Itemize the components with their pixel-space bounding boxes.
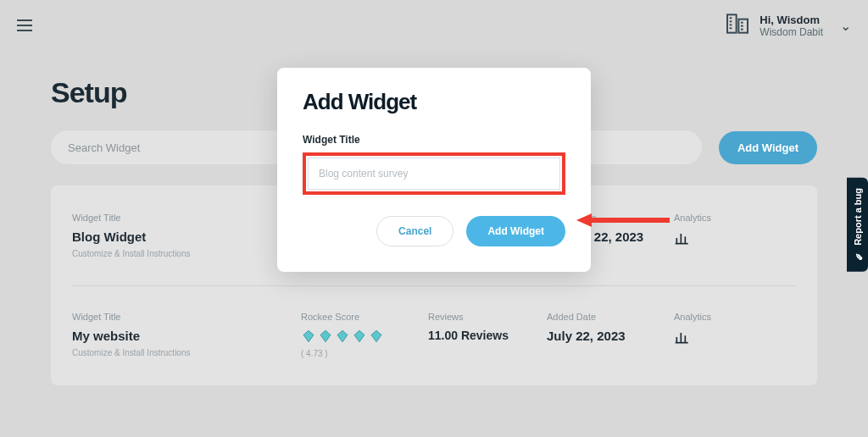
- modal-title: Add Widget: [303, 89, 565, 115]
- modal-actions: Cancel Add Widget: [303, 216, 565, 246]
- annotation-highlight: [303, 152, 565, 195]
- modal-overlay: Add Widget Widget Title Cancel Add Widge…: [0, 0, 868, 437]
- submit-button[interactable]: Add Widget: [466, 216, 565, 246]
- widget-title-input[interactable]: [308, 158, 560, 190]
- cancel-button[interactable]: Cancel: [376, 216, 453, 246]
- modal-field-label: Widget Title: [303, 134, 565, 146]
- add-widget-modal: Add Widget Widget Title Cancel Add Widge…: [277, 68, 591, 272]
